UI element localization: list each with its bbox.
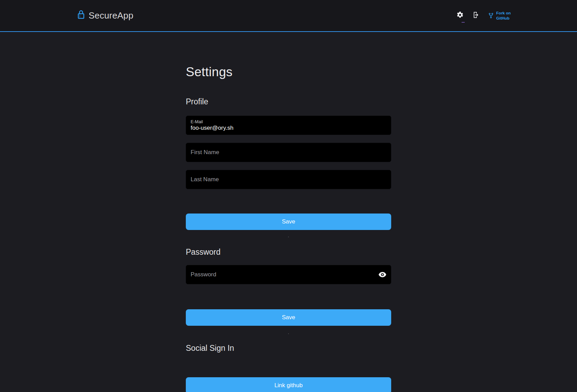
logout-button[interactable] — [472, 11, 479, 20]
toggle-password-visibility-button[interactable] — [378, 272, 386, 277]
last-name-input[interactable] — [191, 176, 386, 183]
settings-button[interactable] — [456, 11, 464, 20]
navbar-actions: Fork on GitHub — [456, 11, 511, 21]
fork-link-label: Fork on GitHub — [496, 11, 511, 21]
password-save-button[interactable]: Save — [186, 309, 391, 326]
brand-home-link[interactable]: SecureApp — [77, 10, 133, 21]
fork-on-github-link[interactable]: Fork on GitHub — [488, 11, 511, 21]
password-field — [186, 265, 391, 284]
profile-save-button[interactable]: Save — [186, 214, 391, 230]
password-message-dot: . — [186, 330, 391, 335]
git-fork-icon — [488, 12, 494, 19]
eye-icon — [378, 272, 386, 277]
page-title: Settings — [186, 65, 391, 79]
social-sign-in-heading: Social Sign In — [186, 344, 391, 353]
password-heading: Password — [186, 247, 391, 257]
visited-link-underline — [462, 22, 465, 23]
settings-page: Settings Profile E-Mail Save . Password … — [186, 65, 391, 392]
logout-icon — [472, 11, 479, 20]
lock-icon — [77, 10, 85, 19]
first-name-input[interactable] — [191, 149, 386, 156]
email-input[interactable] — [191, 125, 386, 131]
profile-heading: Profile — [186, 97, 391, 106]
profile-message-dot: . — [186, 233, 391, 239]
password-input[interactable] — [191, 271, 386, 278]
email-field: E-Mail — [186, 116, 391, 135]
email-label: E-Mail — [191, 119, 386, 125]
navbar: SecureApp — [0, 0, 577, 32]
last-name-field — [186, 170, 391, 189]
link-github-button[interactable]: Link github — [186, 377, 391, 392]
first-name-field — [186, 143, 391, 162]
gear-icon — [456, 11, 464, 20]
brand-title: SecureApp — [89, 10, 133, 21]
